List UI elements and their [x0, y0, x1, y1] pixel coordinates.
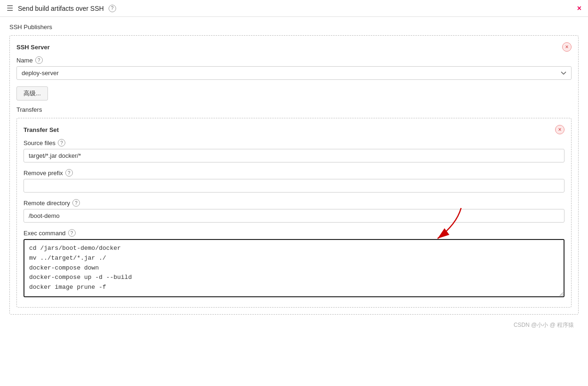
source-files-help-icon[interactable]: ? — [58, 139, 65, 147]
transfer-set-header: Transfer Set × — [24, 125, 564, 134]
remove-prefix-help-icon[interactable]: ? — [65, 169, 73, 177]
exec-command-textarea[interactable] — [24, 239, 564, 297]
title-bar: ☰ Send build artifacts over SSH ? × — [0, 0, 588, 17]
remove-ssh-server-button[interactable]: × — [562, 42, 572, 52]
exec-command-group: Exec command ? — [24, 229, 564, 299]
ssh-publishers-label: SSH Publishers — [9, 23, 579, 31]
remove-ssh-server-icon: × — [562, 42, 572, 52]
name-field-group: Name ? deploy-server — [16, 56, 572, 80]
remove-prefix-label: Remove prefix ? — [24, 169, 564, 177]
page-title: Send build artifacts over SSH — [18, 5, 104, 12]
name-label: Name ? — [16, 56, 572, 64]
remote-directory-input[interactable] — [24, 209, 564, 223]
source-files-group: Source files ? — [24, 139, 564, 162]
title-close-button[interactable]: × — [577, 4, 581, 13]
ssh-server-title: SSH Server — [16, 44, 50, 51]
source-files-label: Source files ? — [24, 139, 564, 147]
transfer-set-title: Transfer Set — [24, 126, 59, 133]
remote-directory-label: Remote directory ? — [24, 199, 564, 207]
title-help-icon[interactable]: ? — [109, 5, 116, 12]
exec-command-label: Exec command ? — [24, 229, 564, 237]
transfers-label: Transfers — [16, 106, 572, 113]
name-help-icon[interactable]: ? — [35, 56, 43, 64]
hamburger-icon[interactable]: ☰ — [7, 4, 13, 13]
remove-prefix-group: Remove prefix ? — [24, 169, 564, 193]
transfer-set-card: Transfer Set × Source files ? Remove pre… — [16, 118, 572, 308]
page-content: SSH Publishers SSH Server × Name ? deplo… — [0, 17, 588, 336]
advanced-button[interactable]: 高级... — [16, 86, 48, 100]
name-select[interactable]: deploy-server — [16, 66, 572, 80]
remove-transfer-set-icon: × — [555, 125, 564, 134]
remove-transfer-set-button[interactable]: × — [555, 125, 564, 134]
source-files-input[interactable] — [24, 149, 564, 162]
remove-prefix-input[interactable] — [24, 179, 564, 193]
remote-directory-help-icon[interactable]: ? — [72, 199, 80, 207]
title-bar-left: ☰ Send build artifacts over SSH ? — [7, 4, 116, 13]
remote-directory-group: Remote directory ? — [24, 199, 564, 223]
ssh-publishers-card: SSH Server × Name ? deploy-server 高级... … — [9, 35, 579, 315]
exec-command-help-icon[interactable]: ? — [68, 229, 76, 237]
watermark: CSDN @小小 @ 程序猿 — [9, 321, 579, 329]
ssh-server-header: SSH Server × — [16, 42, 572, 52]
